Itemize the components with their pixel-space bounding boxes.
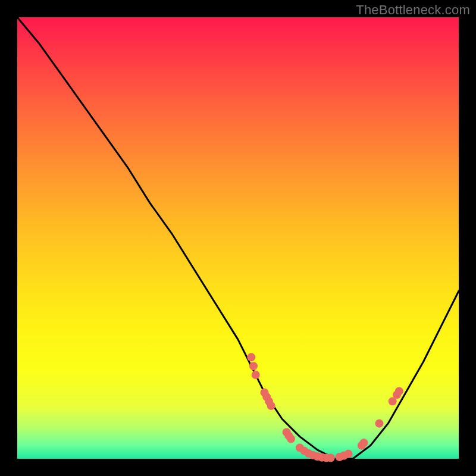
- curve-marker: [359, 439, 368, 447]
- bottleneck-curve-chart: [0, 0, 476, 476]
- curve-marker: [267, 402, 275, 410]
- curve-marker: [249, 362, 258, 370]
- curve-marker: [345, 450, 353, 458]
- curve-path: [17, 17, 459, 459]
- curve-marker: [287, 435, 295, 443]
- curve-marker: [327, 454, 335, 462]
- watermark-text: TheBottleneck.com: [356, 2, 470, 18]
- curve-marker: [395, 387, 403, 395]
- curve-marker: [375, 419, 383, 428]
- curve-marker: [247, 353, 255, 361]
- curve-marker: [252, 371, 260, 379]
- curve-line: [17, 17, 459, 459]
- curve-markers: [247, 353, 403, 462]
